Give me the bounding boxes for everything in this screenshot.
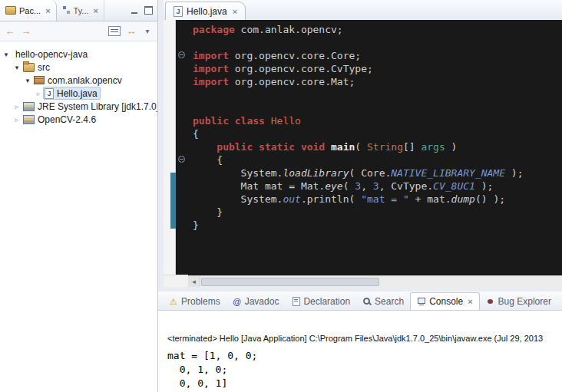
console-tab-console[interactable]: Console× [410,292,479,310]
collapse-all-button[interactable] [108,26,121,36]
close-icon[interactable]: × [231,7,237,16]
view-window-buttons [131,0,157,21]
code-line[interactable] [193,101,562,114]
tree-item-hello-java[interactable]: ▹JHello.java [0,87,157,100]
console-tab-label: Search [375,296,404,307]
code-line[interactable]: Mat mat = Mat.eye( 3, 3, CvType.CV_8UC1 … [193,180,562,193]
fold-collapse-icon[interactable] [178,51,185,58]
code-line[interactable]: { [193,127,562,140]
view-tab-label: Ty... [74,6,89,15]
expander-expanded-icon[interactable]: ▾ [23,77,32,84]
tree-item-label: hello-opencv-java [12,49,88,60]
tree-item-body: JRE System Library [jdk1.7.0_25] [21,100,157,113]
code-line[interactable] [193,36,562,49]
left-tabbar-tabs: Pac...×Ty...× [0,0,104,21]
console-tab-bug-explorer[interactable]: Bug Explorer [480,293,557,310]
code-line[interactable]: System.loadLibrary( Core.NATIVE_LIBRARY_… [193,166,562,180]
annotation-ruler[interactable] [164,20,176,275]
code-line[interactable]: import org.opencv.core.Core; [193,49,562,62]
code-line[interactable]: package com.anlak.opencv; [193,23,562,36]
expander-collapsed-icon[interactable]: ▹ [12,116,21,124]
tree-item-com-anlak-opencv[interactable]: ▾com.anlak.opencv [0,74,157,87]
scroll-left-icon[interactable]: ◂ [188,276,200,287]
console-body: <terminated> Hello [Java Application] C:… [158,311,562,390]
java-file-icon: J [45,88,54,99]
expander-collapsed-icon[interactable]: ▹ [12,103,21,110]
src-folder-icon [23,63,35,72]
console-tab-javadoc[interactable]: @Javadoc [226,293,286,310]
tree-item-opencv-2-4-6[interactable]: ▹OpenCV-2.4.6 [0,113,157,126]
console-tab-declaration[interactable]: Declaration [285,293,356,310]
console-output-line: 0, 1, 0; [167,363,562,377]
code-line[interactable]: public static void main( String[] args ) [193,140,562,153]
tree-item-src[interactable]: ▾src [0,61,157,74]
tree-item-jre-system-library-jdk1-7-0-25[interactable]: ▹JRE System Library [jdk1.7.0_25] [0,100,157,113]
fold-collapse-icon[interactable] [178,156,185,163]
code-line[interactable]: } [193,219,562,232]
console-icon [417,297,426,306]
code-line[interactable] [193,88,562,101]
fold-column[interactable] [176,20,189,275]
library-icon [23,115,35,124]
console-tab-label: Problems [181,296,220,307]
console-tab-problems[interactable]: ⚠Problems [163,293,226,310]
editor-tab-label: Hello.java [187,6,227,17]
console-tab-label: Bug Explorer [498,296,551,307]
console-tabbar: ⚠Problems@JavadocDeclarationSearchConsol… [158,292,562,311]
package-explorer-icon [5,6,16,15]
tree-item-body: JHello.java [43,87,101,100]
expander-expanded-icon[interactable]: ▾ [2,51,11,58]
close-icon[interactable]: × [466,297,472,306]
library-icon [23,102,35,111]
minimize-icon[interactable] [131,7,138,15]
expander-expanded-icon[interactable]: ▾ [12,64,21,71]
console-tab-bug[interactable]: Bug [557,293,562,310]
code-line[interactable]: public class Hello [193,114,562,127]
javadoc-icon: @ [233,297,242,306]
package-explorer-panel: Pac...×Ty...× ←→↔▾ ▾hello-opencv-java▾sr… [0,0,158,392]
forward-button[interactable]: → [21,25,31,38]
editor-tab-hello-java[interactable]: J Hello.java × [165,2,246,20]
tree-item-label: Hello.java [54,88,98,99]
code-line[interactable]: System.out.println( "mat = " + mat.dump(… [193,193,562,206]
code-line[interactable]: } [193,206,562,219]
back-button[interactable]: ← [5,25,15,38]
tree-item-label: com.anlak.opencv [45,75,122,86]
editor-corner [164,275,188,287]
view-menu-button[interactable]: ▾ [142,25,153,38]
code-area[interactable]: package com.anlak.opencv;import org.open… [189,20,562,275]
editor-tabbar: J Hello.java × [164,0,562,21]
view-tab-pac[interactable]: Pac...× [0,0,57,21]
console-panel: ⚠Problems@JavadocDeclarationSearchConsol… [158,292,562,392]
code-line[interactable]: import org.opencv.core.Mat; [193,75,562,88]
console-tab-label: Javadoc [245,296,279,307]
console-tab-search[interactable]: Search [356,293,410,310]
editor-body: package com.anlak.opencv;import org.open… [164,20,562,275]
explorer-toolbar: ←→↔▾ [0,21,157,41]
console-output-line: 0, 0, 1] [167,377,562,390]
console-status-line: <terminated> Hello [Java Application] C:… [167,334,562,343]
bug-icon [486,297,495,306]
declaration-icon [291,297,300,306]
console-output[interactable]: mat = [1, 0, 0; 0, 1, 0; 0, 0, 1] [167,349,562,390]
view-tab-label: Pac... [19,6,41,15]
tree-item-label: src [35,62,50,73]
horizontal-scrollbar[interactable]: ◂ [188,275,562,287]
view-tab-ty[interactable]: Ty...× [57,0,104,21]
tree-item-body: hello-opencv-java [11,48,91,61]
scrollbar-thumb[interactable] [201,278,379,286]
code-line[interactable]: { [193,153,562,166]
expander-collapsed-icon[interactable]: ▹ [34,90,43,97]
code-line[interactable]: import org.opencv.core.CvType; [193,62,562,75]
package-icon [34,76,45,84]
search-icon [362,297,372,306]
eclipse-window: Pac...×Ty...× ←→↔▾ ▾hello-opencv-java▾sr… [0,0,562,392]
close-icon[interactable]: × [92,6,98,15]
maximize-icon[interactable] [144,6,153,15]
tree-item-hello-opencv-java[interactable]: ▾hello-opencv-java [0,48,157,61]
close-icon[interactable]: × [44,6,50,15]
tree-item-body: src [21,61,53,74]
console-tab-label: Console [429,296,463,307]
link-with-editor-button[interactable]: ↔ [126,25,137,38]
project-tree: ▾hello-opencv-java▾src▾com.anlak.opencv▹… [0,41,157,392]
